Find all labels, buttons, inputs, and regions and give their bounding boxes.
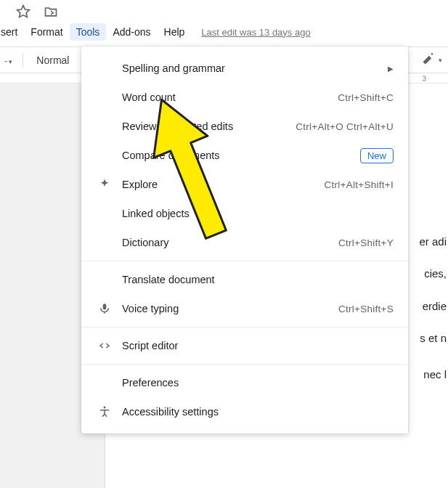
menu-item-compare-documents[interactable]: Compare documents New — [81, 141, 408, 170]
menu-item-label: Explore — [122, 179, 325, 190]
menu-item-explore[interactable]: Explore Ctrl+Alt+Shift+I — [81, 170, 408, 199]
new-badge: New — [360, 148, 394, 163]
menu-insert[interactable]: sert — [0, 23, 24, 41]
menu-item-review-suggested[interactable]: Review suggested edits Ctrl+Alt+O Ctrl+A… — [81, 112, 408, 141]
menu-item-accessibility[interactable]: Accessibility settings — [81, 397, 408, 426]
menu-bar: sert Format Tools Add-ons Help Last edit… — [0, 20, 448, 47]
menu-item-voice-typing[interactable]: Voice typing Ctrl+Shift+S — [81, 294, 408, 323]
submenu-arrow-icon: ▶ — [388, 65, 394, 73]
menu-separator — [81, 327, 408, 328]
ruler-tick-3: 3 — [422, 75, 426, 83]
menu-separator — [81, 364, 408, 365]
menu-item-label: Preferences — [122, 377, 394, 389]
menu-item-spelling-grammar[interactable]: Spelling and grammar ▶ — [81, 54, 408, 83]
code-icon — [96, 339, 113, 352]
menu-item-script-editor[interactable]: Script editor — [81, 331, 408, 360]
menu-item-shortcut: Ctrl+Shift+S — [338, 304, 394, 314]
paragraph-style-selector[interactable]: Normal — [32, 53, 73, 68]
menu-format[interactable]: Format — [24, 23, 69, 41]
menu-separator — [81, 261, 408, 261]
menu-addons[interactable]: Add-ons — [106, 23, 157, 41]
svg-marker-0 — [17, 6, 30, 17]
menu-item-label: Word count — [122, 92, 338, 103]
mic-icon — [96, 302, 113, 315]
menu-item-label: Linked objects — [122, 208, 394, 219]
toolbar-dropdown-caret-icon[interactable]: -▾ — [3, 54, 14, 66]
chevron-down-icon[interactable]: ▾ — [439, 57, 442, 64]
menu-item-label: Compare documents — [122, 150, 360, 161]
menu-item-translate[interactable]: Translate document — [81, 265, 408, 294]
menu-help[interactable]: Help — [158, 23, 192, 41]
move-folder-icon[interactable] — [44, 4, 58, 19]
menu-tools[interactable]: Tools — [70, 23, 107, 41]
menu-item-shortcut: Ctrl+Alt+Shift+I — [325, 179, 394, 190]
menu-item-label: Script editor — [122, 340, 394, 351]
explore-icon — [96, 178, 113, 191]
menu-item-label: Spelling and grammar — [122, 62, 383, 74]
star-icon[interactable] — [16, 4, 30, 19]
menu-item-preferences[interactable]: Preferences — [81, 368, 408, 397]
last-edit-link[interactable]: Last edit was 13 days ago — [201, 27, 310, 38]
menu-item-label: Voice typing — [122, 303, 338, 314]
menu-item-shortcut: Ctrl+Shift+C — [338, 92, 394, 103]
menu-item-label: Translate document — [122, 274, 394, 285]
accessibility-icon — [96, 405, 113, 418]
menu-item-dictionary[interactable]: Dictionary Ctrl+Shift+Y — [81, 228, 408, 257]
tools-dropdown-menu: Spelling and grammar ▶ Word count Ctrl+S… — [81, 46, 408, 434]
svg-point-2 — [104, 407, 106, 409]
menu-item-word-count[interactable]: Word count Ctrl+Shift+C — [81, 83, 408, 112]
menu-item-shortcut: Ctrl+Shift+Y — [338, 237, 394, 248]
menu-item-label: Accessibility settings — [122, 406, 394, 418]
paragraph-style-label: Normal — [36, 54, 69, 66]
menu-item-label: Review suggested edits — [122, 121, 296, 132]
menu-item-shortcut: Ctrl+Alt+O Ctrl+Alt+U — [296, 121, 394, 132]
svg-rect-1 — [103, 304, 107, 309]
menu-item-linked-objects[interactable]: Linked objects — [81, 199, 408, 228]
highlight-tool-icon[interactable] — [421, 52, 436, 68]
menu-item-label: Dictionary — [122, 237, 338, 248]
